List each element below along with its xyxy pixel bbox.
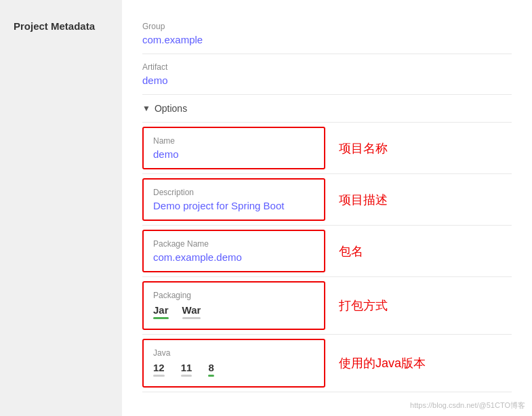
description-label: Description	[153, 188, 314, 197]
group-value[interactable]: com.example	[142, 34, 512, 45]
java-12[interactable]: 12	[153, 362, 165, 378]
options-label: Options	[155, 103, 187, 114]
packaging-jar[interactable]: Jar	[153, 304, 169, 320]
artifact-value[interactable]: demo	[142, 75, 512, 86]
package-name-label: Package Name	[153, 239, 314, 249]
name-annotation: 项目名称	[325, 123, 512, 173]
java-label: Java	[153, 348, 314, 358]
package-name-annotated-row: Package Name com.example.demo 包名	[142, 226, 512, 277]
package-name-annotation: 包名	[325, 226, 512, 276]
group-section: Group com.example	[142, 14, 512, 54]
description-value[interactable]: Demo project for Spring Boot	[153, 200, 314, 211]
packaging-label: Packaging	[153, 291, 314, 300]
chevron-down-icon: ▼	[142, 104, 150, 113]
main-content: Group com.example Artifact demo ▼ Option…	[122, 0, 532, 416]
packaging-field-box: Packaging Jar War	[142, 281, 325, 330]
watermark: https://blog.csdn.net/@51CTO博客	[410, 400, 525, 411]
packaging-war[interactable]: War	[182, 304, 201, 320]
package-name-field-box[interactable]: Package Name com.example.demo	[142, 230, 325, 272]
artifact-label: Artifact	[142, 62, 512, 72]
sidebar: Project Metadata	[0, 0, 122, 416]
packaging-annotated-row: Packaging Jar War 打包方式	[142, 277, 512, 335]
name-label: Name	[153, 136, 314, 146]
description-field-box[interactable]: Description Demo project for Spring Boot	[142, 178, 325, 221]
artifact-section: Artifact demo	[142, 54, 512, 95]
name-annotated-row: Name demo 项目名称	[142, 123, 512, 174]
sidebar-title: Project Metadata	[14, 20, 95, 32]
name-field-box[interactable]: Name demo	[142, 127, 325, 169]
java-field-box: Java 12 11 8	[142, 339, 325, 388]
java-annotated-row: Java 12 11 8 使用的Java版本	[142, 335, 512, 392]
group-label: Group	[142, 22, 512, 31]
name-value[interactable]: demo	[153, 148, 314, 160]
java-11[interactable]: 11	[181, 362, 192, 378]
packaging-options: Jar War	[153, 304, 314, 320]
java-annotation: 使用的Java版本	[325, 335, 512, 392]
package-name-value[interactable]: com.example.demo	[153, 251, 314, 263]
java-options: 12 11 8	[153, 362, 314, 378]
description-annotated-row: Description Demo project for Spring Boot…	[142, 174, 512, 226]
options-toggle[interactable]: ▼ Options	[142, 95, 512, 123]
description-annotation: 项目描述	[325, 174, 512, 225]
java-8[interactable]: 8	[208, 362, 213, 378]
packaging-annotation: 打包方式	[325, 277, 512, 334]
